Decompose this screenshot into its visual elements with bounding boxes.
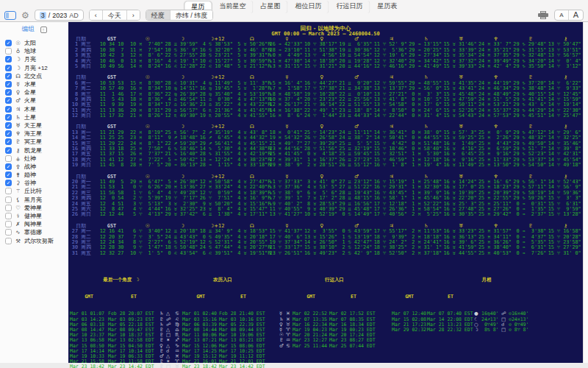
position-cell: 2 ♉ 28'51" bbox=[304, 163, 339, 168]
planet-list-item-12[interactable]: ✓ ♇ 冥王星 bbox=[5, 138, 68, 146]
checkbox[interactable] bbox=[5, 155, 12, 162]
month-input[interactable]: 3 bbox=[40, 12, 46, 19]
weekday-label: 周日 bbox=[81, 113, 91, 118]
checkbox[interactable]: ✓ bbox=[5, 89, 12, 96]
day-number: 31 bbox=[71, 251, 78, 256]
planet-glyph-icon: ⚸ bbox=[15, 197, 21, 203]
planet-label: 婚神 bbox=[24, 171, 36, 179]
checkbox[interactable]: ✓ bbox=[5, 65, 12, 71]
mode-segment-group: 经度 赤纬 / 纬度 bbox=[146, 10, 214, 21]
planet-glyph-icon: ⚕ bbox=[15, 213, 21, 219]
planet-list-item-24[interactable]: ⚒ 武尔坎努斯 bbox=[5, 237, 68, 245]
year-input[interactable]: 2023 bbox=[52, 12, 67, 19]
planet-list-item-14[interactable]: ⚶ 灶神 bbox=[5, 155, 68, 163]
sidebar-header: 编组 ↑ bbox=[0, 24, 68, 35]
position-cell: 16 ♌ 12'28" bbox=[165, 64, 199, 69]
checkbox[interactable]: ✓ bbox=[5, 56, 12, 63]
planet-list-item-1[interactable]: ♁ 地球 bbox=[5, 47, 68, 55]
planet-list-item-15[interactable]: ✓ ⚴ 战神 bbox=[5, 163, 68, 171]
sidebar-toggle-icon[interactable] bbox=[4, 11, 16, 20]
date-field[interactable]: 3 / 2023 AD bbox=[35, 10, 84, 21]
planet-label: 土星 bbox=[24, 113, 36, 121]
planet-list-item-2[interactable]: ✓ ☽ 月亮 bbox=[5, 55, 68, 63]
moon-icon: ☽ bbox=[135, 277, 140, 283]
planet-label: 武尔坎努斯 bbox=[24, 237, 54, 245]
prev-button[interactable]: ‹ bbox=[90, 10, 103, 20]
checkbox[interactable]: ✓ bbox=[5, 73, 12, 79]
planet-list-item-23[interactable]: ∿ 塞德娜 bbox=[5, 228, 68, 236]
checkbox[interactable] bbox=[5, 188, 12, 194]
planet-list-item-16[interactable]: ✓ ⚵ 婚神 bbox=[5, 171, 68, 179]
equinox-block: GMT ET ♈ 春分点 Mar 20 21:24 Mar 20 17:24 E… bbox=[279, 363, 390, 368]
position-cell: 6 ♊ 1'38" bbox=[200, 212, 234, 217]
checkbox[interactable]: ✓ bbox=[5, 130, 12, 137]
checkbox[interactable] bbox=[5, 238, 12, 244]
planet-list-item-17[interactable]: ✓ ⚳ 谷神 bbox=[5, 179, 68, 187]
position-cell: 0 ♋ 14'49" bbox=[339, 212, 373, 217]
font-smaller-button[interactable]: A bbox=[555, 10, 568, 20]
checkbox[interactable]: ✓ bbox=[5, 163, 12, 170]
checkbox[interactable] bbox=[5, 213, 12, 219]
moon-position: 8♋ 8' bbox=[481, 328, 501, 333]
checkbox[interactable]: ✓ bbox=[5, 81, 12, 88]
checkbox[interactable]: ✓ bbox=[5, 97, 12, 104]
position-cell: 1 ♓ 19' 4" bbox=[409, 163, 443, 168]
checkbox[interactable]: ✓ bbox=[5, 114, 12, 121]
planet-list-item-8[interactable]: ✓ ♃ 木星 bbox=[5, 105, 68, 113]
checkbox[interactable] bbox=[5, 221, 12, 227]
print-icon[interactable] bbox=[538, 11, 548, 19]
planet-list-item-18[interactable]: ⚚ 丘比特 bbox=[5, 187, 68, 195]
planet-label: 爱神星 bbox=[24, 204, 42, 212]
position-cell: 20 ♊ 44'16" bbox=[339, 64, 373, 69]
planet-list-item-21[interactable]: ⚕ 健神星 bbox=[5, 212, 68, 220]
position-cell: 29 ♑ 35'50" bbox=[513, 64, 548, 69]
last-aspect-row: Mar 23 18:42Mar 23 14:42 EDT ♇□ bbox=[70, 364, 173, 368]
planet-list-item-3[interactable]: ✓ ☽ 月亮 +12 bbox=[5, 64, 68, 72]
font-larger-button[interactable]: A bbox=[569, 10, 583, 20]
group-button[interactable]: 编组 bbox=[22, 25, 35, 34]
planet-list-item-20[interactable]: ♡ 爱神星 bbox=[5, 204, 68, 212]
checkbox[interactable]: ✓ bbox=[5, 106, 12, 113]
today-button[interactable]: 今天 bbox=[103, 10, 127, 20]
checkbox[interactable] bbox=[5, 197, 12, 203]
declination-mode-button[interactable]: 赤纬 / 纬度 bbox=[171, 10, 213, 20]
scrollbar[interactable] bbox=[583, 22, 588, 363]
gear-icon[interactable]: ⚙ bbox=[21, 11, 29, 20]
planet-list-item-19[interactable]: ⚸ 黑月亮 bbox=[5, 196, 68, 204]
position-cell: 13 ♈ 41'27" bbox=[270, 212, 304, 217]
planet-list-item-0[interactable]: ✓ ☉ 太阳 bbox=[5, 39, 68, 47]
planet-list-item-5[interactable]: ✓ ☿ 水星 bbox=[5, 80, 68, 88]
last-aspect-header: GMTET bbox=[70, 294, 173, 300]
planet-list-item-10[interactable]: ✓ ♅ 天王星 bbox=[5, 121, 68, 130]
next-button[interactable]: › bbox=[127, 10, 140, 20]
planet-list-item-11[interactable]: ✓ ♆ 海王星 bbox=[5, 130, 68, 138]
planet-list-item-6[interactable]: ✓ ♀ 金星 bbox=[5, 88, 68, 96]
checkbox[interactable]: ✓ bbox=[5, 180, 12, 186]
planet-list-item-9[interactable]: ✓ ♄ 土星 bbox=[5, 113, 68, 121]
planet-label: 木星 bbox=[24, 105, 36, 113]
planet-list-item-22[interactable]: ✗ 阋神星 bbox=[5, 220, 68, 228]
checkbox[interactable]: ✓ bbox=[5, 40, 12, 46]
checkbox[interactable]: ✓ bbox=[5, 147, 12, 154]
planet-label: 北交点 bbox=[24, 72, 42, 80]
planet-list-item-13[interactable]: ✓ ⚷ 凯龙星 bbox=[5, 146, 68, 154]
planet-glyph-icon: ☽ bbox=[15, 56, 21, 63]
position-cell: 29 ♉ 37'42" bbox=[165, 212, 199, 217]
checkbox[interactable]: ✓ bbox=[5, 122, 12, 129]
share-icon[interactable]: ↑ bbox=[40, 26, 47, 33]
planet-glyph-icon: ✗ bbox=[15, 221, 21, 227]
gst-value: 11 45 8 bbox=[93, 163, 130, 168]
planet-glyph-icon: ⚴ bbox=[15, 163, 21, 170]
planet-list-item-7[interactable]: ✓ ♂ 火星 bbox=[5, 96, 68, 105]
weekday-label: 周日 bbox=[81, 162, 91, 168]
planet-list-item-4[interactable]: ✓ ☊ 北交点 bbox=[5, 72, 68, 80]
checkbox[interactable]: ✓ bbox=[5, 138, 12, 145]
checkbox[interactable] bbox=[5, 48, 12, 54]
position-cell: 6 ♌ 39'51" bbox=[200, 251, 234, 256]
checkbox[interactable]: ✓ bbox=[5, 171, 12, 178]
checkbox[interactable] bbox=[5, 205, 12, 211]
moon-phase-section: 月相 GMTET Mar 07 12:40Mar 07 07:40 EST ●1… bbox=[392, 266, 581, 344]
longitude-mode-button[interactable]: 经度 bbox=[146, 10, 171, 20]
checkbox[interactable] bbox=[5, 229, 12, 236]
position-cell: 16 ♉ 49'23" bbox=[304, 251, 339, 256]
